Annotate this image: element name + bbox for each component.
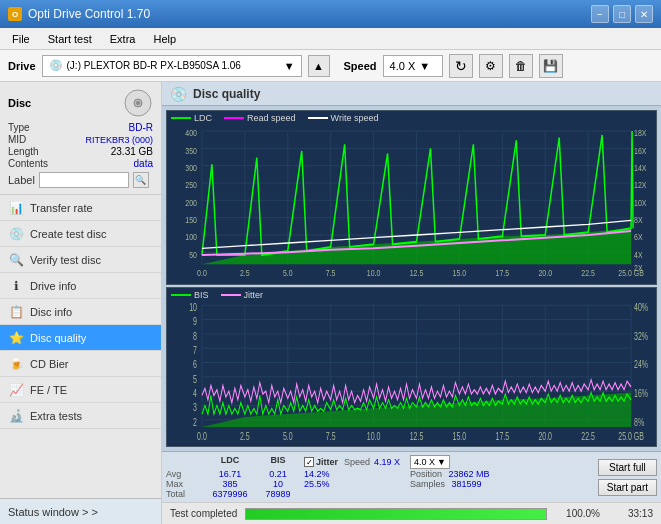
speed-select-dropdown[interactable]: 4.0 X ▼ (410, 455, 450, 469)
verify-test-icon: 🔍 (8, 252, 24, 268)
sidebar-item-drive-info[interactable]: ℹ Drive info (0, 273, 161, 299)
svg-text:5.0: 5.0 (283, 431, 293, 443)
disc-label-row: Label 🔍 (8, 172, 153, 188)
sidebar-item-label: Disc quality (30, 332, 86, 344)
stat-empty-header (166, 455, 204, 469)
status-window-label: Status window > > (8, 506, 98, 518)
total-empty2 (410, 489, 510, 499)
drive-select[interactable]: 💿 (J:) PLEXTOR BD-R PX-LB950SA 1.06 ▼ (42, 55, 302, 77)
extra-tests-icon: 🔬 (8, 408, 24, 424)
svg-text:10.0: 10.0 (367, 268, 381, 278)
titlebar-controls: − □ ✕ (591, 5, 653, 23)
svg-text:0.0: 0.0 (197, 431, 207, 443)
disc-section-title: Disc (8, 97, 31, 109)
svg-text:7.5: 7.5 (326, 268, 336, 278)
maximize-button[interactable]: □ (613, 5, 631, 23)
disc-contents-value: data (134, 158, 153, 169)
bis-legend-label: BIS (194, 290, 209, 300)
disc-label-input[interactable] (39, 172, 129, 188)
svg-text:100: 100 (185, 232, 197, 242)
erase-button[interactable]: 🗑 (509, 54, 533, 78)
titlebar: O Opti Drive Control 1.70 − □ ✕ (0, 0, 661, 28)
menu-file[interactable]: File (4, 31, 38, 47)
disc-length-row: Length 23.31 GB (8, 146, 153, 157)
settings-button[interactable]: ⚙ (479, 54, 503, 78)
sidebar-item-label: FE / TE (30, 384, 67, 396)
sidebar-item-cd-bier[interactable]: 🍺 CD Bier (0, 351, 161, 377)
jitter-checkbox[interactable]: ✓ (304, 457, 314, 467)
svg-text:16%: 16% (634, 388, 648, 400)
svg-text:17.5: 17.5 (496, 268, 510, 278)
write-speed-legend-label: Write speed (331, 113, 379, 123)
sidebar-item-disc-quality[interactable]: ⭐ Disc quality (0, 325, 161, 351)
sidebar-item-label: Transfer rate (30, 202, 93, 214)
eject-button[interactable]: ▲ (308, 55, 330, 77)
disc-type-label: Type (8, 122, 30, 133)
svg-text:2: 2 (193, 417, 197, 429)
svg-text:4: 4 (193, 388, 197, 400)
svg-text:25.0 GB: 25.0 GB (618, 268, 644, 278)
status-window-button[interactable]: Status window > > (0, 498, 161, 524)
sidebar-item-label: Extra tests (30, 410, 82, 422)
refresh-button[interactable]: ↻ (449, 54, 473, 78)
svg-text:32%: 32% (634, 331, 648, 343)
transfer-rate-icon: 📊 (8, 200, 24, 216)
menu-extra[interactable]: Extra (102, 31, 144, 47)
ldc-chart: LDC Read speed Write speed (166, 110, 657, 285)
sidebar-item-verify-test[interactable]: 🔍 Verify test disc (0, 247, 161, 273)
avg-ldc: 16.71 (204, 469, 256, 479)
svg-text:12X: 12X (634, 180, 647, 190)
minimize-button[interactable]: − (591, 5, 609, 23)
menu-help[interactable]: Help (145, 31, 184, 47)
read-speed-legend-item: Read speed (224, 113, 296, 123)
charts-area: LDC Read speed Write speed (162, 106, 661, 451)
svg-text:10.0: 10.0 (367, 431, 381, 443)
titlebar-left: O Opti Drive Control 1.70 (8, 7, 150, 21)
svg-text:17.5: 17.5 (496, 431, 510, 443)
disc-length-label: Length (8, 146, 39, 157)
start-part-button[interactable]: Start part (598, 479, 657, 496)
speed-value: 4.19 X (374, 457, 400, 467)
disc-label-button[interactable]: 🔍 (133, 172, 149, 188)
svg-text:5.0: 5.0 (283, 268, 293, 278)
sidebar-item-transfer-rate[interactable]: 📊 Transfer rate (0, 195, 161, 221)
ldc-header: LDC (204, 455, 256, 469)
stats-panel: LDC BIS ✓ Jitter Speed 4.19 X 4.0 X ▼ (162, 451, 661, 502)
avg-bis: 0.21 (256, 469, 300, 479)
start-full-button[interactable]: Start full (598, 459, 657, 476)
sidebar-item-extra-tests[interactable]: 🔬 Extra tests (0, 403, 161, 429)
svg-text:8%: 8% (634, 417, 644, 429)
speed-select[interactable]: 4.0 X ▼ (383, 55, 443, 77)
svg-text:15.0: 15.0 (453, 268, 467, 278)
svg-text:25.0 GB: 25.0 GB (618, 431, 644, 443)
sidebar-item-label: Verify test disc (30, 254, 101, 266)
menu-start-test[interactable]: Start test (40, 31, 100, 47)
nav-items: 📊 Transfer rate 💿 Create test disc 🔍 Ver… (0, 195, 161, 498)
jitter-header-label: Jitter (316, 457, 338, 467)
speed-value: 4.0 X (390, 60, 416, 72)
disc-contents-row: Contents data (8, 158, 153, 169)
sidebar-item-label: Disc info (30, 306, 72, 318)
speed-header: Speed (344, 457, 370, 467)
start-buttons: Start full Start part (598, 459, 657, 496)
ldc-chart-svg: 400 350 300 250 200 150 100 50 18X 16X 1… (167, 111, 656, 284)
sidebar-item-create-test[interactable]: 💿 Create test disc (0, 221, 161, 247)
save-button[interactable]: 💾 (539, 54, 563, 78)
svg-text:14X: 14X (634, 163, 647, 173)
speed-select-cell: 4.0 X ▼ (410, 455, 510, 469)
sidebar: Disc Type BD-R MID RITEKBR3 (000) Lengt (0, 82, 162, 524)
svg-text:4X: 4X (634, 250, 643, 260)
sidebar-item-disc-info[interactable]: 📋 Disc info (0, 299, 161, 325)
svg-text:6X: 6X (634, 232, 643, 242)
close-button[interactable]: ✕ (635, 5, 653, 23)
progress-bar (245, 508, 547, 520)
sidebar-item-fe-te[interactable]: 📈 FE / TE (0, 377, 161, 403)
sidebar-item-label: CD Bier (30, 358, 69, 370)
fe-te-icon: 📈 (8, 382, 24, 398)
drivebar: Drive 💿 (J:) PLEXTOR BD-R PX-LB950SA 1.0… (0, 50, 661, 82)
svg-text:50: 50 (189, 250, 197, 260)
svg-text:250: 250 (185, 180, 197, 190)
disc-info-icon: 📋 (8, 304, 24, 320)
svg-text:12.5: 12.5 (410, 431, 424, 443)
disc-mid-label: MID (8, 134, 26, 145)
